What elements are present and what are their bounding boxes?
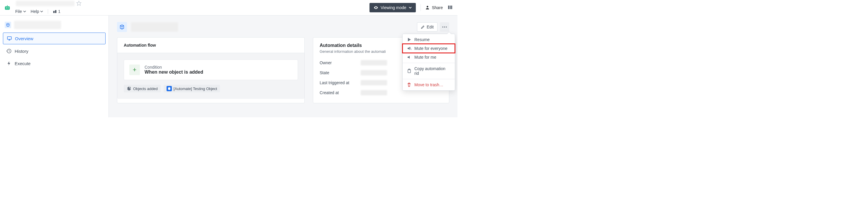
- menu-separator: [48, 9, 48, 14]
- breadcrumb-blur: [16, 1, 74, 6]
- mute-everyone-icon: [407, 46, 411, 51]
- star-icon[interactable]: [76, 1, 82, 7]
- cube-icon: [5, 22, 11, 28]
- lightning-icon: [6, 61, 12, 66]
- more-button[interactable]: [440, 22, 449, 32]
- sidebar-header: [0, 19, 108, 31]
- svg-rect-11: [7, 37, 11, 39]
- svg-point-12: [442, 26, 443, 27]
- svg-rect-9: [450, 6, 451, 9]
- sidebar-item-history[interactable]: History: [3, 45, 105, 57]
- menu-mute-everyone[interactable]: Mute for everyone: [403, 44, 455, 53]
- detail-owner-label: Owner: [320, 60, 361, 65]
- more-dropdown: Resume Mute for everyone Mute for me Cop…: [402, 34, 455, 91]
- menu-file[interactable]: File: [13, 8, 28, 14]
- condition-label: Condition: [145, 65, 203, 69]
- person-icon: [426, 5, 430, 10]
- detail-last-triggered-value: [361, 80, 387, 85]
- flow-card: Automation flow + Condition When new obj…: [117, 37, 305, 103]
- svg-rect-8: [448, 6, 449, 9]
- svg-rect-0: [5, 6, 10, 10]
- detail-state-value: [361, 70, 387, 75]
- svg-point-1: [6, 7, 7, 8]
- svg-point-14: [446, 26, 446, 27]
- pencil-icon: [421, 25, 425, 29]
- svg-point-7: [427, 6, 428, 7]
- topbar-left: File Help 1: [4, 0, 82, 15]
- main-title-blur: [131, 22, 178, 32]
- dots-icon: [442, 26, 447, 28]
- main-header-actions: Edit: [417, 22, 449, 32]
- chips: Objects added [Automate] Testing Object: [124, 85, 298, 92]
- panel-toggle-icon[interactable]: [447, 5, 453, 11]
- columns: Automation flow + Condition When new obj…: [117, 37, 449, 103]
- clipboard-icon: [407, 69, 411, 73]
- viewing-mode-button[interactable]: Viewing mode: [370, 3, 416, 12]
- menu-mute-everyone-label: Mute for everyone: [414, 46, 447, 51]
- topbar: File Help 1 Viewing mode Share: [0, 0, 458, 15]
- trash-icon: [407, 83, 411, 87]
- chip-testing-object[interactable]: [Automate] Testing Object: [164, 85, 220, 92]
- sidebar-history-label: History: [15, 49, 28, 54]
- edit-button[interactable]: Edit: [417, 22, 437, 32]
- cube-icon: [117, 22, 127, 32]
- topbar-right: Viewing mode Share: [370, 0, 453, 15]
- edit-label: Edit: [427, 25, 434, 29]
- chip-objects-label: Objects added: [133, 87, 158, 91]
- condition-text-wrap: Condition When new object is added: [145, 65, 203, 75]
- menu-copy-rid-label: Copy automation rid: [414, 66, 451, 76]
- detail-created-value: [361, 90, 387, 95]
- chevron-down-icon: [23, 10, 26, 13]
- sidebar-item-execute[interactable]: Execute: [3, 58, 105, 69]
- play-icon: [407, 37, 411, 42]
- menu-count: 1: [58, 9, 60, 14]
- history-icon: [6, 49, 12, 54]
- mute-me-icon: [407, 55, 411, 60]
- chip-objects-added[interactable]: Objects added: [124, 85, 161, 92]
- menu-grid[interactable]: 1: [51, 8, 62, 14]
- eye-icon: [374, 5, 378, 10]
- condition-text: When new object is added: [145, 69, 203, 75]
- detail-state-label: State: [320, 70, 361, 75]
- breadcrumb-col: File Help 1: [13, 1, 82, 15]
- dropdown-separator: [403, 79, 455, 79]
- plus-icon: +: [129, 65, 140, 75]
- svg-marker-4: [77, 1, 81, 5]
- flow-card-body: + Condition When new object is added Obj…: [117, 53, 304, 99]
- chip-testing-label: [Automate] Testing Object: [174, 87, 217, 91]
- sidebar-overview-label: Overview: [15, 36, 33, 41]
- main-header: Edit: [117, 22, 449, 32]
- detail-owner-value: [361, 60, 387, 65]
- menu-help[interactable]: Help: [29, 8, 45, 14]
- svg-rect-5: [53, 11, 55, 13]
- cube-plus-icon: [127, 86, 131, 91]
- chevron-down-icon: [409, 6, 412, 9]
- menu-mute-me[interactable]: Mute for me: [403, 53, 455, 62]
- menu-move-trash[interactable]: Move to trash…: [403, 81, 455, 89]
- menu-move-trash-label: Move to trash…: [414, 83, 443, 87]
- svg-rect-6: [55, 10, 56, 13]
- condition-box[interactable]: + Condition When new object is added: [124, 60, 298, 80]
- svg-rect-3: [7, 5, 8, 6]
- menu-copy-rid[interactable]: Copy automation rid: [403, 64, 455, 78]
- cube-icon: [167, 87, 171, 90]
- sidebar: Overview History Execute: [0, 15, 109, 117]
- menu-help-label: Help: [31, 9, 39, 14]
- detail-last-triggered-label: Last triggered at: [320, 81, 361, 85]
- svg-point-2: [8, 7, 8, 8]
- sidebar-title-blur: [14, 21, 61, 29]
- buildings-icon: [53, 9, 57, 13]
- sidebar-item-overview[interactable]: Overview: [3, 33, 105, 44]
- share-button[interactable]: Share: [426, 5, 443, 10]
- menu-resume-label: Resume: [414, 37, 430, 42]
- app-logo-icon: [4, 4, 10, 11]
- detail-created-label: Created at: [320, 90, 361, 95]
- body: Overview History Execute Edit: [0, 15, 458, 117]
- dropdown-separator: [403, 63, 455, 63]
- divider: [421, 4, 421, 11]
- menu-resume[interactable]: Resume: [403, 35, 455, 44]
- menubar: File Help 1: [13, 8, 82, 15]
- menu-mute-me-label: Mute for me: [414, 55, 436, 60]
- svg-rect-10: [451, 6, 452, 9]
- main: Edit Automation flow + Condition When ne…: [109, 15, 458, 117]
